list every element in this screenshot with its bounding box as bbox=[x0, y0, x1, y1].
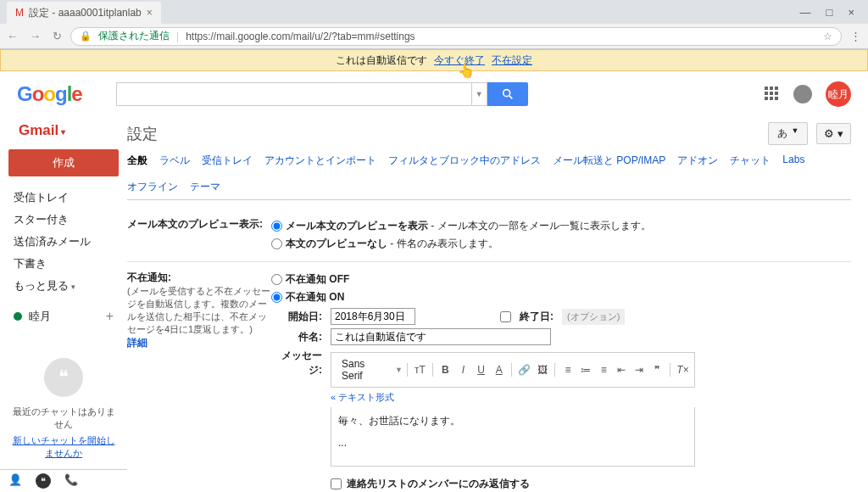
gmail-menu[interactable]: Gmail bbox=[8, 117, 119, 144]
underline-icon[interactable]: U bbox=[473, 361, 489, 378]
align-icon[interactable]: ≡ bbox=[559, 361, 576, 378]
tab-labels[interactable]: ラベル bbox=[159, 154, 190, 168]
phone-icon[interactable]: 📞 bbox=[64, 473, 78, 489]
sidebar-item-starred[interactable]: スター付き bbox=[8, 209, 119, 231]
clear-format-icon[interactable]: T× bbox=[675, 361, 691, 378]
editor-toolbar: Sans Serif▼ тT B I U A 🔗 🖼 bbox=[331, 352, 695, 388]
page-title: 設定 bbox=[127, 124, 158, 144]
avatar[interactable]: 睦月 bbox=[826, 81, 851, 107]
start-date-label: 開始日: bbox=[271, 310, 322, 324]
menu-icon[interactable]: ⋮ bbox=[850, 30, 861, 42]
minimize-icon[interactable]: — bbox=[800, 6, 811, 19]
compose-button[interactable]: 作成 bbox=[8, 149, 119, 176]
search-button[interactable] bbox=[487, 82, 528, 106]
image-icon[interactable]: 🖼 bbox=[534, 361, 550, 378]
presence-icon bbox=[14, 312, 22, 321]
contacts-only-checkbox[interactable] bbox=[331, 478, 342, 489]
search-dropdown-icon[interactable]: ▼ bbox=[472, 82, 487, 106]
bold-icon[interactable]: B bbox=[437, 361, 453, 378]
vacation-label: 不在通知: bbox=[127, 271, 271, 285]
vacation-settings-link[interactable]: 不在設定 bbox=[492, 53, 532, 68]
message-body[interactable]: 毎々、お世話になります。 ... bbox=[331, 407, 695, 467]
tab-labs[interactable]: Labs bbox=[782, 154, 804, 168]
browser-tab[interactable]: M 設定 - aaaa0001itplanlab × bbox=[7, 2, 161, 24]
user-name: 睦月 bbox=[29, 309, 51, 324]
subject-label: 件名: bbox=[271, 330, 322, 344]
tab-inbox[interactable]: 受信トレイ bbox=[202, 154, 253, 168]
tab-addons[interactable]: アドオン bbox=[677, 154, 718, 168]
add-contact-icon[interactable]: + bbox=[106, 309, 114, 324]
window-close-icon[interactable]: × bbox=[848, 6, 854, 19]
input-method-button[interactable]: あ▼ bbox=[768, 122, 808, 145]
vacation-desc: (メールを受信すると不在メッセージを自動返信します。複数のメールを送信した相手に… bbox=[127, 285, 271, 336]
contacts-only-label: 連絡先リストのメンバーにのみ返信する bbox=[347, 477, 530, 491]
settings-tabs: 全般 ラベル 受信トレイ アカウントとインポート フィルタとブロック中のアドレス… bbox=[127, 154, 851, 200]
text-mode-link[interactable]: « テキスト形式 bbox=[331, 392, 394, 402]
no-chat-text: 最近のチャットはありません bbox=[8, 405, 119, 431]
italic-icon[interactable]: I bbox=[455, 361, 471, 378]
bullet-list-icon[interactable]: ≡ bbox=[596, 361, 612, 378]
preview-hide-radio[interactable] bbox=[271, 238, 282, 249]
end-date-value: (オプション) bbox=[562, 309, 625, 325]
end-date-checkbox[interactable] bbox=[500, 311, 511, 322]
new-chat-link[interactable]: 新しいチャットを開始しませんか bbox=[13, 435, 115, 458]
reload-icon[interactable]: ↻ bbox=[53, 30, 62, 42]
quote-icon[interactable]: ❞ bbox=[649, 361, 665, 378]
sidebar-item-inbox[interactable]: 受信トレイ bbox=[8, 187, 119, 209]
font-select[interactable]: Sans Serif bbox=[335, 356, 393, 383]
tab-filters[interactable]: フィルタとブロック中のアドレス bbox=[388, 154, 541, 168]
apps-icon[interactable] bbox=[765, 87, 780, 102]
tab-title: 設定 - aaaa0001itplanlab bbox=[29, 6, 142, 20]
indent-less-icon[interactable]: ⇤ bbox=[614, 361, 630, 378]
contacts-icon[interactable]: 👤 bbox=[8, 473, 22, 489]
close-icon[interactable]: × bbox=[147, 7, 153, 19]
svg-line-1 bbox=[509, 96, 512, 98]
svg-point-0 bbox=[503, 90, 509, 97]
hangouts-tab-icon[interactable]: ❝ bbox=[36, 473, 51, 489]
sidebar-item-drafts[interactable]: 下書き bbox=[8, 253, 119, 275]
tab-pop-imap[interactable]: メール転送と POP/IMAP bbox=[553, 154, 665, 168]
url-field[interactable]: 🔒 保護された通信 | https://mail.google.com/mail… bbox=[70, 27, 842, 46]
start-date-input[interactable] bbox=[331, 308, 415, 325]
lock-icon: 🔒 bbox=[80, 31, 92, 42]
google-logo[interactable]: Google bbox=[17, 82, 82, 106]
notifications-icon[interactable] bbox=[793, 85, 812, 103]
preview-show-radio[interactable] bbox=[271, 221, 282, 232]
vacation-on-radio[interactable] bbox=[271, 292, 282, 303]
numbered-list-icon[interactable]: ≔ bbox=[577, 361, 593, 378]
gear-icon[interactable]: ⚙ ▾ bbox=[816, 123, 851, 144]
link-icon[interactable]: 🔗 bbox=[516, 361, 532, 378]
subject-input[interactable] bbox=[331, 328, 551, 345]
tab-themes[interactable]: テーマ bbox=[190, 180, 220, 194]
search-input[interactable] bbox=[116, 82, 472, 106]
vacation-banner: これは自動返信です 今すぐ終了 不在設定 bbox=[0, 49, 868, 71]
hangouts-icon[interactable]: ❝ bbox=[44, 358, 83, 397]
cursor-icon: 👆 bbox=[458, 63, 475, 79]
maximize-icon[interactable]: □ bbox=[826, 6, 833, 19]
sidebar-item-sent[interactable]: 送信済みメール bbox=[8, 231, 119, 253]
details-link[interactable]: 詳細 bbox=[127, 337, 147, 349]
tab-accounts[interactable]: アカウントとインポート bbox=[264, 154, 376, 168]
preview-label: メール本文のプレビュー表示: bbox=[127, 217, 271, 253]
back-icon[interactable]: ← bbox=[7, 30, 18, 42]
tab-general[interactable]: 全般 bbox=[127, 154, 147, 168]
message-label: メッセージ: bbox=[271, 349, 322, 377]
indent-more-icon[interactable]: ⇥ bbox=[632, 361, 648, 378]
tab-chat[interactable]: チャット bbox=[730, 154, 771, 168]
color-icon[interactable]: A bbox=[491, 361, 507, 378]
forward-icon[interactable]: → bbox=[30, 30, 41, 42]
sidebar-item-more[interactable]: もっと見る bbox=[8, 275, 119, 297]
star-icon[interactable]: ☆ bbox=[823, 31, 832, 42]
tab-offline[interactable]: オフライン bbox=[127, 180, 178, 194]
vacation-off-radio[interactable] bbox=[271, 274, 282, 285]
font-size-icon[interactable]: тT bbox=[412, 361, 428, 378]
